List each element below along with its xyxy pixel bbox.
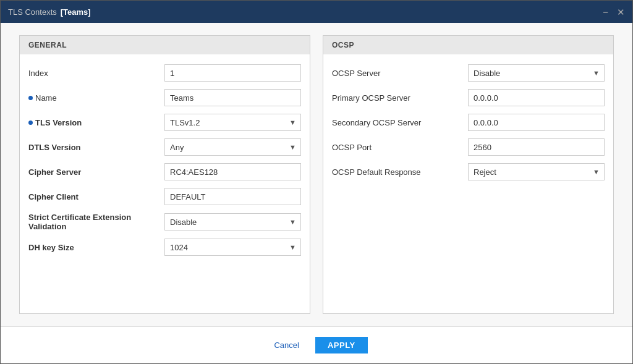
secondary-ocsp-server-row: Secondary OCSP Server <box>332 114 605 131</box>
dh-key-size-label: DH key Size <box>28 243 164 252</box>
apply-button[interactable]: APPLY <box>315 337 368 353</box>
tls-version-wrap: TLSv1.2 TLSv1.0 TLSv1.1 TLSv1.3 ▼ <box>164 114 301 131</box>
ocsp-default-response-row: OCSP Default Response Reject Allow ▼ <box>332 163 605 180</box>
window-subtitle: [Teams] <box>61 7 91 17</box>
dh-key-size-row: DH key Size 1024 2048 4096 ▼ <box>28 239 301 256</box>
content-area: GENERAL Index Name <box>1 23 632 326</box>
minimize-button[interactable]: − <box>603 7 608 17</box>
name-required-dot <box>28 96 33 100</box>
cipher-client-input[interactable] <box>164 188 301 205</box>
secondary-ocsp-server-label: Secondary OCSP Server <box>332 118 468 127</box>
ocsp-port-label: OCSP Port <box>332 143 468 152</box>
ocsp-panel-header: OCSP <box>323 36 613 54</box>
main-window: TLS Contexts [Teams] − ✕ GENERAL Index <box>0 0 633 364</box>
strict-cert-label: Strict Certificate Extension Validation <box>28 213 164 231</box>
ocsp-server-wrap: Disable Enable ▼ <box>468 64 605 82</box>
tls-required-dot <box>28 121 33 125</box>
title-bar-left: TLS Contexts [Teams] <box>8 7 91 17</box>
index-label: Index <box>28 69 164 78</box>
cancel-button[interactable]: Cancel <box>265 337 307 353</box>
primary-ocsp-server-label: Primary OCSP Server <box>332 93 468 103</box>
cipher-client-label: Cipher Client <box>28 192 164 201</box>
general-panel-header: GENERAL <box>20 36 310 54</box>
cipher-client-row: Cipher Client <box>28 188 301 205</box>
cipher-server-input[interactable] <box>164 163 301 180</box>
panels-row: GENERAL Index Name <box>19 35 614 314</box>
ocsp-default-response-label: OCSP Default Response <box>332 167 468 177</box>
dh-key-size-wrap: 1024 2048 4096 ▼ <box>164 239 301 256</box>
dh-key-size-select[interactable]: 1024 2048 4096 <box>164 239 301 256</box>
cipher-server-label: Cipher Server <box>28 167 164 177</box>
tls-version-row: TLS Version TLSv1.2 TLSv1.0 TLSv1.1 TLSv… <box>28 114 301 131</box>
primary-ocsp-server-input[interactable] <box>468 89 605 106</box>
dtls-version-row: DTLS Version Any DTLSv1.0 DTLSv1.2 ▼ <box>28 138 301 156</box>
title-bar: TLS Contexts [Teams] − ✕ <box>1 1 632 23</box>
name-row: Name <box>28 89 301 106</box>
strict-cert-select[interactable]: Disable Enable <box>164 213 301 231</box>
general-panel: GENERAL Index Name <box>19 35 310 314</box>
cipher-server-row: Cipher Server <box>28 163 301 180</box>
ocsp-port-input[interactable] <box>468 138 605 156</box>
ocsp-panel-body: OCSP Server Disable Enable ▼ <box>323 54 613 190</box>
dtls-version-wrap: Any DTLSv1.0 DTLSv1.2 ▼ <box>164 138 301 156</box>
title-bar-controls: − ✕ <box>603 7 625 17</box>
secondary-ocsp-server-input[interactable] <box>468 114 605 131</box>
ocsp-server-row: OCSP Server Disable Enable ▼ <box>332 64 605 82</box>
ocsp-panel: OCSP OCSP Server Disable Enable ▼ <box>323 35 614 314</box>
window-title: TLS Contexts <box>8 7 57 17</box>
ocsp-server-select[interactable]: Disable Enable <box>468 64 605 82</box>
strict-cert-row: Strict Certificate Extension Validation … <box>28 213 301 231</box>
footer: Cancel APPLY <box>1 326 632 363</box>
name-input[interactable] <box>164 89 301 106</box>
name-label: Name <box>28 93 164 103</box>
close-button[interactable]: ✕ <box>617 7 625 17</box>
ocsp-default-response-select[interactable]: Reject Allow <box>468 163 605 180</box>
dtls-version-label: DTLS Version <box>28 143 164 152</box>
tls-version-label: TLS Version <box>28 118 164 127</box>
ocsp-server-label: OCSP Server <box>332 69 468 78</box>
ocsp-port-row: OCSP Port <box>332 138 605 156</box>
ocsp-default-response-wrap: Reject Allow ▼ <box>468 163 605 180</box>
tls-version-select[interactable]: TLSv1.2 TLSv1.0 TLSv1.1 TLSv1.3 <box>164 114 301 131</box>
dtls-version-select[interactable]: Any DTLSv1.0 DTLSv1.2 <box>164 138 301 156</box>
general-panel-body: Index Name <box>20 54 310 266</box>
index-row: Index <box>28 64 301 82</box>
strict-cert-wrap: Disable Enable ▼ <box>164 213 301 231</box>
index-input[interactable] <box>164 64 301 82</box>
primary-ocsp-server-row: Primary OCSP Server <box>332 89 605 106</box>
